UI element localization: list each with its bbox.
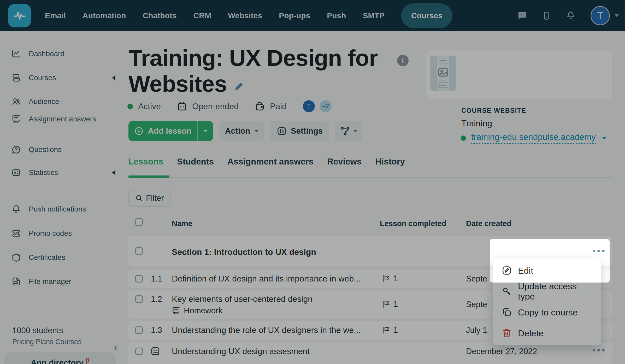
sidebar: Dashboard Courses Audience Assignment an…	[0, 31, 123, 364]
tab-lessons[interactable]: Lessons	[128, 157, 163, 167]
more-avatars-badge[interactable]: +2	[320, 100, 332, 112]
table-row-quiz[interactable]: Understanding UX design assesment Decemb…	[128, 342, 612, 364]
table-header: Name Lesson completed Date created	[128, 216, 612, 231]
sidebar-item-push-notifications[interactable]: Push notifications	[11, 204, 115, 214]
nav-menu: Email Automation Chatbots CRM Websites P…	[45, 0, 452, 31]
flow-button[interactable]	[335, 121, 362, 141]
action-caret-icon	[254, 130, 258, 132]
questions-icon	[11, 145, 21, 154]
branch-icon	[340, 126, 350, 136]
quiz-icon	[150, 346, 160, 356]
sidebar-collapse-icon[interactable]: ‹	[114, 341, 117, 354]
page-title-line2: Websites	[128, 71, 390, 97]
lesson-completed-count: 1	[382, 300, 398, 309]
chevron-left-icon	[112, 170, 115, 175]
website-name: Training	[461, 119, 492, 128]
menu-item-edit[interactable]: Edit	[493, 260, 601, 281]
image-icon	[438, 68, 449, 77]
certificate-icon	[11, 253, 21, 262]
nav-item-websites[interactable]: Websites	[228, 11, 262, 20]
section-title: Section 1: Introduction to UX design	[172, 247, 316, 257]
beta-badge: β	[85, 357, 89, 364]
row-checkbox[interactable]	[135, 348, 143, 355]
add-lesson-dropdown[interactable]	[197, 121, 213, 141]
website-url-link[interactable]: training-edu.sendpulse.academy	[471, 132, 596, 144]
sidebar-item-questions[interactable]: Questions	[11, 145, 115, 154]
filter-button[interactable]: Filter	[128, 190, 170, 207]
status-active: Active	[138, 102, 161, 111]
date-created: December 27, 2022	[466, 347, 537, 356]
sidebar-item-audience[interactable]: Audience	[11, 97, 115, 106]
dashboard-icon	[11, 49, 21, 58]
edit-title-icon[interactable]	[234, 81, 244, 92]
chat-icon[interactable]	[517, 11, 527, 20]
nav-item-crm[interactable]: CRM	[193, 11, 211, 20]
website-url-caret-icon[interactable]	[602, 137, 606, 139]
assignment-icon	[11, 114, 21, 124]
select-all-checkbox[interactable]	[135, 218, 143, 226]
column-lesson-completed: Lesson completed	[380, 219, 446, 228]
course-avatar[interactable]: T	[303, 100, 315, 112]
sidebar-item-certificates[interactable]: Certificates	[11, 253, 115, 262]
info-icon[interactable]: i	[397, 55, 409, 66]
bell-icon	[11, 204, 21, 214]
status-access: Paid	[270, 102, 287, 111]
nav-item-chatbots[interactable]: Chatbots	[143, 11, 177, 20]
tab-history[interactable]: History	[375, 157, 405, 167]
course-website-card: COURSE WEBSITE Training training-edu.sen…	[426, 50, 612, 99]
nav-item-automation[interactable]: Automation	[82, 11, 126, 20]
row-more-menu[interactable]	[593, 349, 605, 351]
status-schedule: Open-ended	[192, 102, 239, 111]
course-tabs: Lessons Students Assignment answers Revi…	[128, 157, 405, 167]
menu-item-copy-to-course[interactable]: Copy to course	[493, 302, 601, 323]
mobile-icon[interactable]	[542, 11, 551, 20]
add-lesson-button[interactable]: Add lesson	[128, 121, 213, 141]
homework-label: Homework	[172, 306, 222, 315]
page-title: Training: UX Design for Websites	[128, 45, 390, 97]
menu-item-delete[interactable]: Delete	[493, 323, 601, 344]
sendpulse-logo[interactable]	[8, 4, 31, 27]
nav-item-push[interactable]: Push	[327, 11, 346, 20]
row-checkbox[interactable]	[135, 247, 143, 255]
settings-button[interactable]: Settings	[270, 121, 329, 141]
bell-icon[interactable]	[566, 11, 575, 20]
lesson-title: Understanding the role of UX designers i…	[172, 325, 361, 335]
nav-item-courses[interactable]: Courses	[401, 3, 452, 28]
top-nav: Email Automation Chatbots CRM Websites P…	[0, 0, 625, 31]
sidebar-item-courses[interactable]: Courses	[11, 73, 115, 83]
settings-sliders-icon	[277, 126, 287, 136]
sidebar-item-statistics[interactable]: Statistics	[11, 168, 115, 177]
section-more-menu[interactable]	[593, 250, 605, 252]
user-avatar[interactable]: T	[591, 6, 610, 25]
sidebar-item-assignment-answers[interactable]: Assignment answers	[11, 114, 115, 124]
quiz-title: Understanding UX design assesment	[172, 347, 310, 356]
row-checkbox[interactable]	[135, 326, 143, 334]
nav-item-email[interactable]: Email	[45, 11, 66, 20]
sidebar-item-file-manager[interactable]: File manager	[11, 277, 115, 286]
trash-icon	[502, 328, 512, 338]
copy-icon	[502, 307, 512, 317]
row-checkbox[interactable]	[135, 275, 143, 283]
website-thumbnail[interactable]	[430, 56, 456, 91]
context-menu: Edit Update access type Copy to course D…	[493, 259, 601, 345]
tab-students[interactable]: Students	[177, 157, 214, 167]
tab-reviews[interactable]: Reviews	[327, 157, 362, 167]
paid-wallet-icon	[255, 101, 265, 111]
sidebar-item-promo-codes[interactable]: Promo codes	[11, 229, 115, 238]
nav-item-popups[interactable]: Pop-ups	[279, 11, 310, 20]
tab-assignment-answers[interactable]: Assignment answers	[227, 157, 314, 167]
nav-item-smtp[interactable]: SMTP	[363, 11, 385, 20]
nav-right-icons: T	[517, 0, 619, 31]
row-checkbox[interactable]	[135, 295, 143, 303]
action-button[interactable]: Action	[219, 121, 264, 141]
date-created: Septe	[466, 274, 487, 284]
tab-divider	[128, 177, 612, 178]
menu-item-update-access-type[interactable]: Update access type	[493, 281, 601, 302]
flow-caret-icon	[353, 130, 357, 132]
account-caret-icon[interactable]	[615, 14, 619, 17]
page-title-line1: Training: UX Design for	[128, 45, 390, 71]
homework-icon	[172, 306, 181, 315]
app-directory-button[interactable]: App directory β	[4, 352, 116, 364]
sidebar-item-dashboard[interactable]: Dashboard	[11, 49, 115, 58]
audience-icon	[11, 97, 21, 106]
